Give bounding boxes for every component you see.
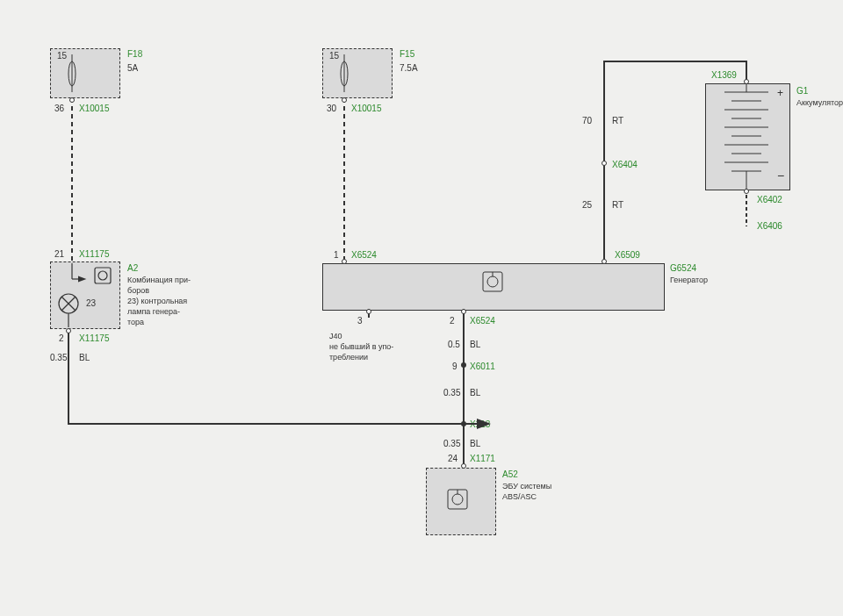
svg-point-43: [461, 362, 466, 368]
gen-pin-out-l: 3: [357, 316, 363, 326]
generator-box: [322, 263, 665, 311]
battery-conn-bottom: X6402: [757, 195, 782, 205]
wire-bl1-c: BL: [79, 353, 90, 363]
wire-rt2-g: 25: [582, 200, 592, 211]
wire-rt2-c: RT: [612, 200, 623, 211]
ecu-name1: ЭБУ системы: [502, 482, 551, 491]
x213: X213: [470, 419, 490, 430]
wire-bl4-g: 0.35: [443, 439, 460, 449]
wire-bl2-g: 0.5: [448, 340, 460, 350]
battery-gnd: X6406: [757, 221, 782, 232]
wire-bl3-g: 0.35: [443, 388, 460, 398]
fuse2-rating: 7.5A: [400, 63, 418, 74]
fuse1-rating: 5A: [127, 63, 138, 74]
battery-name: Аккумуляторы: [796, 98, 843, 108]
x6404: X6404: [612, 160, 638, 170]
wire-bl1-g: 0.35: [50, 353, 67, 363]
fuse1-outpin: 36: [54, 104, 64, 114]
svg-point-21: [70, 98, 75, 103]
fuse1-pin: 15: [57, 51, 67, 61]
ecu-box: [426, 468, 496, 535]
gen-conn-right: X6509: [615, 250, 640, 261]
x6011-id: X6011: [470, 362, 495, 372]
battery-conn-top: X1369: [711, 70, 737, 81]
fuse1-id: F18: [127, 49, 142, 60]
fuse2-pin: 15: [329, 51, 339, 61]
fuse1-conn: X10015: [79, 104, 109, 114]
gen-pin-left: 1: [334, 250, 339, 261]
fuse2-outpin: 30: [327, 104, 336, 114]
cluster-id: A2: [127, 263, 138, 274]
wire-bl2-c: BL: [470, 340, 480, 350]
cluster-name4: лампа генера-: [127, 307, 180, 317]
wire-rt1-c: RT: [612, 116, 623, 126]
cluster-conn-in: X11175: [79, 249, 109, 260]
cluster-name5: тора: [127, 318, 144, 327]
j40-l1: не бывший в упо-: [329, 342, 393, 352]
cluster-name1: Комбинация при-: [127, 276, 191, 285]
battery-id: G1: [796, 86, 808, 97]
j40-id: J40: [329, 332, 342, 341]
fuse2-id: F15: [400, 49, 414, 60]
battery-box: [705, 83, 790, 190]
ecu-id: A52: [502, 469, 518, 480]
gen-pin-out-r: 2: [450, 316, 455, 326]
fuse2-conn: X10015: [351, 104, 381, 114]
wire-rt1-g: 70: [582, 116, 592, 126]
gen-id: G6524: [670, 263, 696, 274]
x1171-pin: 24: [448, 454, 458, 464]
svg-point-35: [67, 329, 71, 333]
gen-conn-left: X6524: [351, 250, 377, 261]
svg-point-26: [602, 161, 607, 166]
cluster-name2: боров: [127, 286, 149, 296]
cluster-conn-out: X11175: [79, 333, 109, 344]
wire-bl3-c: BL: [470, 388, 480, 398]
cluster-outpin: 2: [59, 333, 64, 344]
wiring-diagram: 15 F18 5A 36 X10015 15 F15 7.5A 30 X1001…: [0, 0, 843, 616]
j40-l2: треблении: [329, 353, 368, 362]
svg-point-44: [461, 421, 466, 426]
cluster-name3: 23) контрольная: [127, 297, 187, 306]
gen-name: Генератор: [670, 276, 708, 285]
cluster-inpin: 21: [54, 249, 64, 260]
svg-point-23: [342, 98, 347, 103]
ecu-name2: ABS/ASC: [502, 492, 537, 502]
x6011-pin: 9: [452, 362, 458, 372]
x1171-id: X1171: [470, 454, 495, 464]
cluster-box: [50, 261, 120, 329]
cluster-inner: 23: [86, 298, 96, 309]
gen-conn-out: X6524: [470, 316, 495, 326]
wire-bl4-c: BL: [470, 439, 480, 449]
